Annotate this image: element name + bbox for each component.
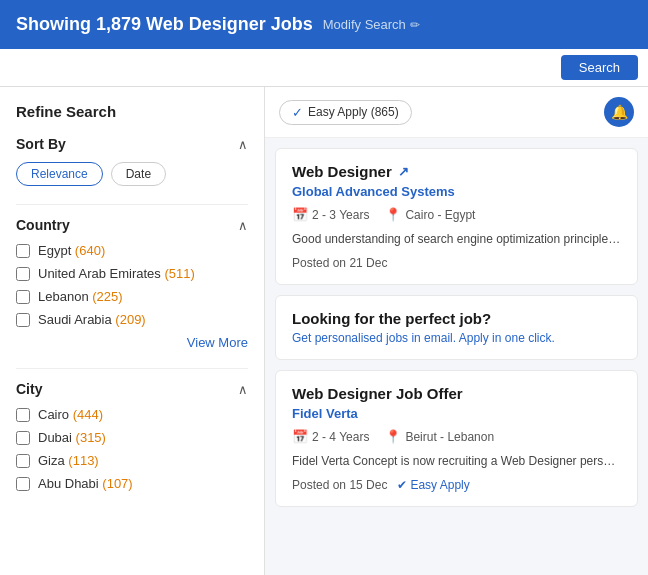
promo-card: Looking for the perfect job? Get persona…	[275, 295, 638, 360]
search-bar-area: Search	[0, 49, 648, 87]
list-item: Dubai (315)	[16, 430, 248, 445]
list-item: Lebanon (225)	[16, 289, 248, 304]
city-label: City	[16, 381, 42, 397]
sort-by-section: Sort By ∧ Relevance Date	[16, 136, 248, 186]
sort-date-button[interactable]: Date	[111, 162, 166, 186]
sort-by-label: Sort By	[16, 136, 66, 152]
job-company: Fidel Verta	[292, 406, 621, 421]
list-item: Saudi Arabia (209)	[16, 312, 248, 327]
job-location: 📍 Cairo - Egypt	[385, 207, 475, 222]
job-location: 📍 Beirut - Lebanon	[385, 429, 494, 444]
location-icon: 📍	[385, 429, 401, 444]
country-header: Country ∧	[16, 217, 248, 233]
main-layout: Refine Search Sort By ∧ Relevance Date C…	[0, 87, 648, 575]
city-chevron-icon: ∧	[238, 382, 248, 397]
job-description: Good understanding of search engine opti…	[292, 230, 621, 248]
job-posted-date: Posted on 21 Dec	[292, 256, 621, 270]
promo-description: Get personalised jobs in email. Apply in…	[292, 331, 621, 345]
sidebar: Refine Search Sort By ∧ Relevance Date C…	[0, 87, 265, 575]
sort-options: Relevance Date	[16, 162, 248, 186]
job-meta: 📅 2 - 3 Years 📍 Cairo - Egypt	[292, 207, 621, 222]
lebanon-checkbox[interactable]	[16, 290, 30, 304]
list-item: Egypt (640)	[16, 243, 248, 258]
notification-bell-button[interactable]: 🔔	[604, 97, 634, 127]
job-posted-date: Posted on 15 Dec ✔ Easy Apply	[292, 478, 621, 492]
bell-icon: 🔔	[611, 104, 628, 120]
sort-by-header: Sort By ∧	[16, 136, 248, 152]
list-item: Cairo (444)	[16, 407, 248, 422]
external-link-icon: ↗	[398, 164, 409, 179]
job-card[interactable]: Web Designer ↗ Global Advanced Systems 📅…	[275, 148, 638, 285]
page-title: Showing 1,879 Web Designer Jobs	[16, 14, 313, 35]
dubai-checkbox[interactable]	[16, 431, 30, 445]
country-section: Country ∧ Egypt (640) United Arab Emirat…	[16, 217, 248, 350]
job-experience: 📅 2 - 3 Years	[292, 207, 369, 222]
sidebar-title: Refine Search	[16, 103, 248, 120]
sort-relevance-button[interactable]: Relevance	[16, 162, 103, 186]
city-header: City ∧	[16, 381, 248, 397]
uae-checkbox[interactable]	[16, 267, 30, 281]
calendar-icon: 📅	[292, 429, 308, 444]
cairo-checkbox[interactable]	[16, 408, 30, 422]
job-title: Web Designer Job Offer	[292, 385, 621, 402]
list-item: Giza (113)	[16, 453, 248, 468]
job-listing-content: ✓ Easy Apply (865) 🔔 Web Designer ↗ Glob…	[265, 87, 648, 575]
abudhabi-checkbox[interactable]	[16, 477, 30, 491]
country-view-more[interactable]: View More	[16, 335, 248, 350]
easy-apply-tag: ✔ Easy Apply	[397, 478, 469, 492]
search-button[interactable]: Search	[561, 55, 638, 80]
promo-title: Looking for the perfect job?	[292, 310, 621, 327]
job-company: Global Advanced Systems	[292, 184, 621, 199]
calendar-icon: 📅	[292, 207, 308, 222]
sort-by-chevron-icon: ∧	[238, 137, 248, 152]
job-meta: 📅 2 - 4 Years 📍 Beirut - Lebanon	[292, 429, 621, 444]
country-chevron-icon: ∧	[238, 218, 248, 233]
check-icon: ✓	[292, 105, 303, 120]
list-item: Abu Dhabi (107)	[16, 476, 248, 491]
job-experience: 📅 2 - 4 Years	[292, 429, 369, 444]
job-title: Web Designer ↗	[292, 163, 621, 180]
giza-checkbox[interactable]	[16, 454, 30, 468]
city-section: City ∧ Cairo (444) Dubai (315) Giza (113…	[16, 381, 248, 491]
page-header: Showing 1,879 Web Designer Jobs Modify S…	[0, 0, 648, 49]
filter-bar: ✓ Easy Apply (865) 🔔	[265, 87, 648, 138]
list-item: United Arab Emirates (511)	[16, 266, 248, 281]
saudi-checkbox[interactable]	[16, 313, 30, 327]
easy-apply-filter[interactable]: ✓ Easy Apply (865)	[279, 100, 412, 125]
pencil-icon: ✏	[410, 18, 420, 32]
location-icon: 📍	[385, 207, 401, 222]
country-label: Country	[16, 217, 70, 233]
job-card[interactable]: Web Designer Job Offer Fidel Verta 📅 2 -…	[275, 370, 638, 507]
job-description: Fidel Verta Concept is now recruiting a …	[292, 452, 621, 470]
check-circle-icon: ✔	[397, 478, 407, 492]
egypt-checkbox[interactable]	[16, 244, 30, 258]
modify-search-link[interactable]: Modify Search ✏	[323, 17, 420, 32]
